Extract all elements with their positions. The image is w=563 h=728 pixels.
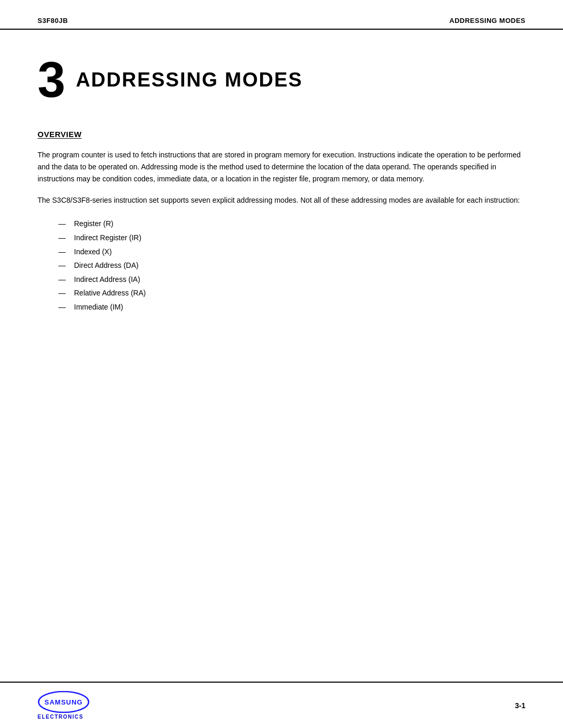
list-item: —Register (R) (58, 217, 525, 231)
list-item-label: Register (R) (74, 217, 113, 231)
page-header: S3F80JB ADDRESSING MODES (0, 0, 563, 30)
list-item-label: Direct Address (DA) (74, 258, 139, 273)
list-item-label: Indexed (X) (74, 245, 112, 259)
list-dash-icon: — (58, 286, 66, 300)
body-paragraph-2: The S3C8/S3F8-series instruction set sup… (38, 194, 525, 206)
list-item-label: Immediate (IM) (74, 300, 123, 314)
page: S3F80JB ADDRESSING MODES 3 ADDRESSING MO… (0, 0, 563, 728)
chapter-number: 3 (38, 55, 65, 105)
header-right-text: ADDRESSING MODES (449, 17, 525, 24)
list-item-label: Indirect Address (IA) (74, 273, 140, 287)
list-item: —Direct Address (DA) (58, 258, 525, 273)
list-dash-icon: — (58, 245, 66, 259)
list-dash-icon: — (58, 273, 66, 287)
page-number: 3-1 (515, 701, 525, 710)
list-item: —Indexed (X) (58, 245, 525, 259)
list-dash-icon: — (58, 300, 66, 314)
main-content: 3 ADDRESSING MODES OVERVIEW The program … (0, 30, 563, 728)
list-dash-icon: — (58, 231, 66, 245)
svg-text:SAMSUNG: SAMSUNG (44, 698, 82, 706)
page-footer: SAMSUNG ELECTRONICS 3-1 (0, 682, 563, 728)
chapter-title: ADDRESSING MODES (76, 69, 302, 91)
footer-electronics-label: ELECTRONICS (38, 714, 83, 720)
footer-logo: SAMSUNG ELECTRONICS (38, 691, 90, 720)
body-paragraph-1: The program counter is used to fetch ins… (38, 149, 525, 185)
list-item: —Indirect Register (IR) (58, 231, 525, 245)
header-left-text: S3F80JB (38, 17, 68, 24)
list-dash-icon: — (58, 217, 66, 231)
list-dash-icon: — (58, 258, 66, 273)
list-item-label: Relative Address (RA) (74, 286, 146, 300)
modes-list: —Register (R)—Indirect Register (IR)—Ind… (58, 217, 525, 314)
list-item-label: Indirect Register (IR) (74, 231, 141, 245)
chapter-heading: 3 ADDRESSING MODES (38, 55, 525, 105)
list-item: —Immediate (IM) (58, 300, 525, 314)
list-item: —Indirect Address (IA) (58, 273, 525, 287)
section-heading: OVERVIEW (38, 130, 525, 139)
list-item: —Relative Address (RA) (58, 286, 525, 300)
samsung-logo-svg: SAMSUNG (38, 691, 90, 713)
